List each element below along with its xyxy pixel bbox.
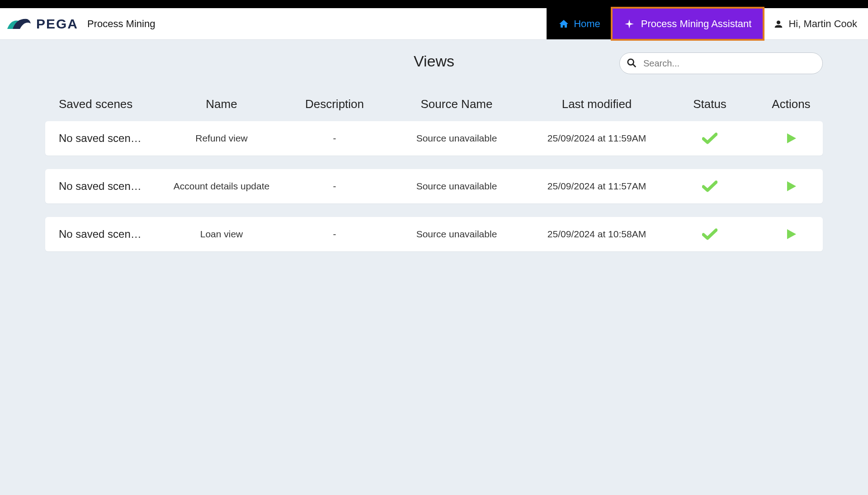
cell-description: -	[280, 133, 389, 144]
header-spacer	[155, 8, 547, 39]
assistant-label: Process Mining Assistant	[641, 18, 752, 30]
play-button[interactable]	[750, 180, 832, 192]
cell-description: -	[280, 229, 389, 240]
cell-source-name: Source unavailable	[389, 229, 524, 240]
user-area[interactable]: Hi, Martin Cook	[763, 8, 868, 39]
search-input[interactable]	[619, 52, 823, 74]
svg-point-0	[777, 20, 780, 24]
sparkle-icon	[624, 19, 635, 29]
cell-last-modified: 25/09/2024 at 10:58AM	[524, 229, 669, 240]
play-button[interactable]	[750, 132, 832, 144]
cell-status	[669, 180, 750, 192]
topline: Views	[45, 52, 823, 70]
cell-description: -	[280, 181, 389, 192]
cell-last-modified: 25/09/2024 at 11:57AM	[524, 181, 669, 192]
cell-saved-scenes: No saved scen…	[59, 132, 163, 145]
process-mining-assistant-button[interactable]: Process Mining Assistant	[612, 8, 764, 39]
cell-source-name: Source unavailable	[389, 181, 524, 192]
check-icon	[702, 228, 717, 240]
product-name: Process Mining	[87, 18, 155, 30]
cell-source-name: Source unavailable	[389, 133, 524, 144]
svg-point-1	[628, 59, 634, 65]
cell-name: Refund view	[163, 133, 280, 144]
col-status: Status	[669, 97, 750, 111]
page-title: Views	[414, 52, 454, 70]
play-button[interactable]	[750, 228, 832, 240]
user-icon	[774, 19, 783, 28]
table-header: Saved scenes Name Description Source Nam…	[45, 97, 823, 121]
cell-last-modified: 25/09/2024 at 11:59AM	[524, 133, 669, 144]
search-wrap	[619, 52, 823, 74]
cell-saved-scenes: No saved scen…	[59, 228, 163, 240]
brand-text: PEGA	[36, 16, 78, 32]
brand-logo[interactable]: PEGA	[6, 15, 78, 33]
table-row[interactable]: No saved scen… Refund view - Source unav…	[45, 121, 823, 156]
home-icon	[558, 19, 569, 29]
check-icon	[702, 180, 717, 192]
top-black-bar	[0, 0, 868, 8]
table-row[interactable]: No saved scen… Loan view - Source unavai…	[45, 217, 823, 251]
play-icon	[785, 180, 797, 192]
nav-home-label: Home	[574, 18, 600, 30]
svg-line-2	[633, 64, 636, 67]
user-greeting: Hi, Martin Cook	[788, 18, 857, 30]
header: PEGA Process Mining Home Process Mining …	[0, 8, 868, 40]
cell-status	[669, 228, 750, 240]
col-saved-scenes: Saved scenes	[59, 97, 163, 111]
nav-home[interactable]: Home	[547, 8, 612, 39]
col-name: Name	[163, 97, 280, 111]
main: Views Saved scenes Name Description Sour…	[0, 40, 868, 283]
play-icon	[785, 132, 797, 144]
cell-name: Loan view	[163, 229, 280, 240]
cell-saved-scenes: No saved scen…	[59, 180, 163, 193]
play-icon	[785, 228, 797, 240]
col-last-modified: Last modified	[524, 97, 669, 111]
col-actions: Actions	[750, 97, 832, 111]
col-source-name: Source Name	[389, 97, 524, 111]
views-table: Saved scenes Name Description Source Nam…	[45, 97, 823, 251]
cell-name: Account details update	[163, 181, 280, 192]
search-icon	[627, 58, 637, 68]
pega-horse-icon	[6, 15, 33, 33]
table-body: No saved scen… Refund view - Source unav…	[45, 121, 823, 251]
header-left: PEGA Process Mining	[0, 8, 155, 39]
check-icon	[702, 132, 717, 144]
cell-status	[669, 132, 750, 144]
col-description: Description	[280, 97, 389, 111]
table-row[interactable]: No saved scen… Account details update - …	[45, 169, 823, 203]
